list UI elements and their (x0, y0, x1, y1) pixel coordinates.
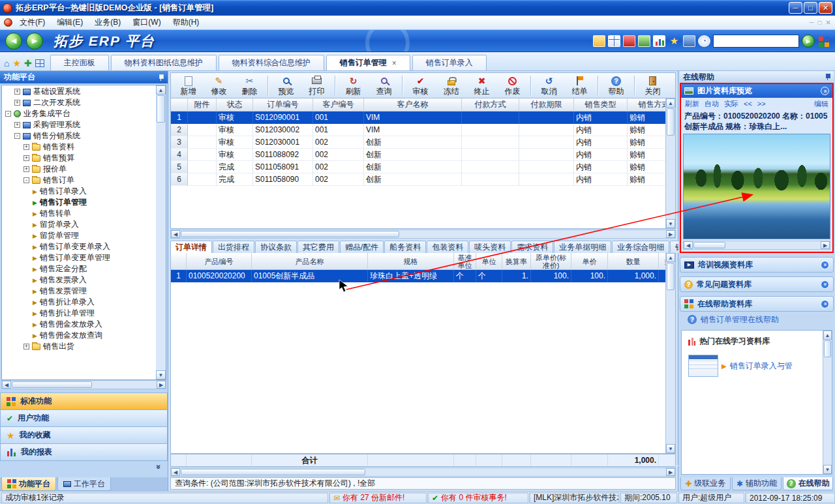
orders-vertical-scrollbar[interactable]: ▲ ▼ (665, 98, 675, 228)
scroll-track[interactable] (666, 262, 675, 444)
tree-item[interactable]: 销售转单 (2, 208, 156, 219)
detail-tab-业务单据明细[interactable]: 业务单据明细 (554, 241, 611, 253)
scroll-right-icon[interactable]: ▶ (821, 241, 830, 249)
expand-toggle-icon[interactable]: + (14, 89, 20, 95)
column-header[interactable]: 单价 (571, 253, 608, 270)
action-新增[interactable]: 新增 (174, 74, 203, 97)
detail-tab-业务综合明细[interactable]: 业务综合明细 (612, 241, 669, 253)
chevron-up-icon[interactable] (821, 300, 829, 308)
scroll-track[interactable] (11, 381, 157, 389)
column-header[interactable]: 单位 (476, 253, 502, 270)
audit-status[interactable]: 你有 0 件审核事务! (427, 492, 528, 503)
help-tab-在线帮助[interactable]: 在线帮助 (783, 477, 833, 490)
tree-item[interactable]: 销售发票管理 (2, 286, 156, 297)
scroll-right-icon[interactable]: ▶ (666, 468, 675, 476)
scroll-left-icon[interactable]: ◀ (171, 468, 180, 476)
help-bar-培训视频资料库[interactable]: 培训视频资料库 (680, 257, 834, 273)
scroll-left-icon[interactable]: ◀ (2, 381, 11, 389)
scroll-track[interactable] (823, 340, 832, 465)
tree-item[interactable]: +报价单 (2, 164, 156, 175)
forward-button[interactable]: ▶ (26, 33, 43, 50)
preview-horizontal-scrollbar[interactable]: ◀ ▶ (683, 241, 830, 250)
action-打印[interactable]: 打印 (302, 74, 331, 97)
tree-item[interactable]: -业务集成平台 (2, 108, 156, 119)
clock-icon[interactable] (698, 35, 710, 47)
detail-tab-协议条款[interactable]: 协议条款 (255, 241, 297, 253)
table-row[interactable]: 3审核S012030001002创新内销赊销 (171, 136, 675, 149)
tab-物料资料综合信息维护[interactable]: 物料资料综合信息维护 (219, 55, 324, 70)
scroll-track[interactable] (180, 468, 666, 476)
tree-item[interactable]: 留货单管理 (2, 230, 156, 241)
tree-item[interactable]: 销售佣金发放录入 (2, 319, 156, 330)
menu-item[interactable]: 文件(F) (14, 16, 51, 28)
action-作废[interactable]: 作废 (498, 74, 527, 97)
scroll-track[interactable] (666, 108, 675, 219)
search-input[interactable] (713, 35, 799, 48)
table-row[interactable]: 6完成S011058090002创新内销赊销 (171, 173, 675, 186)
chevron-down-icon[interactable] (821, 261, 829, 269)
action-取消[interactable]: 取消 (534, 74, 564, 97)
scroll-track[interactable] (156, 95, 166, 370)
scroll-left-icon[interactable]: ◀ (684, 241, 693, 249)
expand-toggle-icon[interactable]: - (5, 111, 11, 117)
mdi-close-icon[interactable]: ✕ (826, 19, 831, 26)
home-icon[interactable] (4, 59, 9, 68)
scroll-track[interactable] (693, 241, 821, 249)
scroll-thumb[interactable] (12, 381, 92, 388)
column-header[interactable]: 原单价(标准价) (531, 253, 571, 270)
column-header[interactable]: 规格 (368, 253, 454, 270)
collapse-chevron-icon[interactable] (821, 87, 829, 95)
preview-link[interactable]: 实际 (724, 99, 738, 109)
section-我的报表[interactable]: 我的报表 (0, 443, 168, 460)
tree-item[interactable]: +二次开发系统 (2, 97, 156, 108)
orders-horizontal-scrollbar[interactable]: ◀ ▶ (170, 230, 676, 239)
action-审核[interactable]: 审核 (406, 74, 435, 97)
tab-销售订单管理[interactable]: 销售订单管理× (326, 55, 410, 70)
column-header[interactable]: 付款方式 (462, 98, 519, 111)
tree-item[interactable]: 销售订单变更单录入 (2, 241, 156, 252)
scroll-left-icon[interactable]: ◀ (171, 230, 180, 238)
tree-item[interactable]: 销售定金分配 (2, 263, 156, 274)
help-bar-常见问题资料库[interactable]: 常见问题资料库 (680, 276, 834, 292)
detail-tab-需求资料[interactable]: 需求资料 (511, 241, 553, 253)
expand-toggle-icon[interactable]: + (14, 122, 20, 128)
detail-tab-其它费用[interactable]: 其它费用 (297, 241, 339, 253)
table-row[interactable]: 5完成S011058091002创新内销赊销 (171, 161, 675, 173)
column-header[interactable]: 产品名称 (252, 253, 368, 270)
star-icon[interactable] (668, 35, 680, 47)
grid-icon[interactable] (35, 59, 44, 67)
column-header[interactable]: 产品编号 (187, 253, 252, 270)
table-row[interactable]: 2审核S012030002001VIM内销赊销 (171, 124, 675, 136)
tab-物料资料图纸信息维护[interactable]: 物料资料图纸信息维护 (111, 55, 217, 70)
favorite-icon[interactable] (12, 59, 21, 68)
tree-item[interactable]: +销售出货 (2, 341, 156, 352)
preview-link[interactable]: << (744, 100, 752, 108)
column-header[interactable] (171, 253, 187, 270)
preview-link[interactable]: >> (757, 100, 766, 108)
hot-box-item[interactable]: 销售订单录入与管 (688, 355, 819, 377)
column-header[interactable]: 基准单位 (454, 253, 476, 270)
restore-button[interactable] (804, 2, 817, 14)
tree-item[interactable]: -销售订单 (2, 175, 156, 186)
action-修改[interactable]: 修改 (204, 74, 234, 97)
action-帮助[interactable]: 帮助 (601, 74, 631, 97)
scroll-thumb[interactable] (181, 231, 399, 237)
column-header[interactable]: 换算率 (502, 253, 531, 270)
table-row[interactable]: 4审核S011088092002创新内销赊销 (171, 149, 675, 161)
hot-box-scrollbar[interactable]: ▲ ▼ (823, 331, 832, 474)
scroll-thumb[interactable] (667, 263, 675, 290)
expand-toggle-icon[interactable]: - (23, 177, 29, 183)
action-刷新[interactable]: 刷新 (339, 74, 368, 97)
tree-vertical-scrollbar[interactable]: ▲ ▼ (156, 85, 166, 379)
sheet-icon[interactable] (638, 35, 650, 47)
preview-image[interactable] (683, 134, 830, 239)
minimize-button[interactable] (789, 2, 802, 14)
tree-item[interactable]: 留货单录入 (2, 219, 156, 230)
tree-item[interactable]: 销售佣金发放查询 (2, 330, 156, 341)
column-header[interactable]: 销售类型 (574, 98, 628, 111)
apps-icon[interactable] (817, 35, 830, 47)
scroll-thumb[interactable] (824, 340, 831, 357)
scroll-down-icon[interactable]: ▼ (666, 219, 675, 228)
preview-link[interactable]: 自动 (705, 99, 719, 109)
scroll-thumb[interactable] (693, 242, 725, 248)
